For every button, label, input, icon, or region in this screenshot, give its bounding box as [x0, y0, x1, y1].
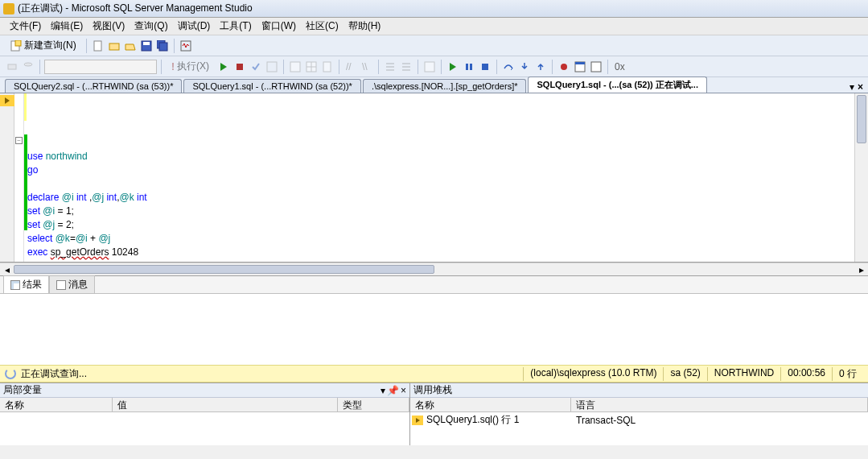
bottom-panels: 局部变量 ▾ 📌 × 名称 值 类型 调用堆栈 名称 语言 SQLQuery1.… [0, 382, 868, 445]
step-out-icon [535, 62, 546, 72]
breakpoints-button[interactable] [557, 60, 571, 74]
svg-rect-11 [237, 64, 243, 70]
title-bar: (正在调试) - Microsoft SQL Server Management… [0, 0, 868, 18]
hex-button[interactable]: 0x [612, 60, 627, 74]
comment-icon: // [345, 61, 356, 72]
save-icon [141, 40, 152, 52]
callstack-body[interactable]: SQLQuery1.sql() 行 1 Transact-SQL [410, 412, 868, 445]
menu-debug[interactable]: 调试(D) [173, 18, 216, 35]
callstack-columns: 名称 语言 [410, 398, 868, 412]
new-query-button[interactable]: 新建查询(N) [5, 37, 82, 54]
editor-gutter[interactable] [0, 93, 14, 262]
separator [174, 39, 175, 53]
new-query-label: 新建查询(N) [24, 39, 76, 52]
svg-rect-17 [323, 62, 331, 72]
menu-view[interactable]: 视图(V) [88, 18, 130, 35]
active-files-dropdown[interactable]: ▾ [849, 81, 854, 93]
svg-rect-23 [482, 64, 488, 70]
parse-button[interactable] [249, 60, 263, 74]
panel-close-button[interactable]: × [401, 385, 406, 396]
immediate-button[interactable] [589, 60, 603, 74]
callstack-col-lang[interactable]: 语言 [571, 398, 868, 411]
open-button[interactable] [123, 39, 138, 53]
locals-col-value[interactable]: 值 [113, 398, 338, 411]
plan-icon [266, 61, 278, 72]
output-button[interactable] [573, 60, 587, 74]
step-out-button[interactable] [533, 60, 548, 74]
menu-community[interactable]: 社区(C) [301, 18, 343, 35]
locals-col-name[interactable]: 名称 [0, 398, 113, 411]
close-tab-button[interactable]: × [858, 81, 863, 93]
tab-query2[interactable]: SQLQuery2.sql - (...RTHWIND (sa (53))* [5, 79, 182, 93]
menu-help[interactable]: 帮助(H) [343, 18, 386, 35]
specify-values-button[interactable] [422, 60, 437, 74]
scroll-left-button[interactable]: ◂ [0, 264, 14, 275]
new-file-button[interactable] [91, 39, 105, 53]
menu-query[interactable]: 查询(Q) [130, 18, 172, 35]
status-right: (local)\sqlexpress (10.0 RTM) sa (52) NO… [523, 367, 863, 381]
locals-title: 局部变量 [3, 383, 42, 397]
play-icon [219, 62, 228, 72]
menu-file[interactable]: 文件(F) [5, 18, 46, 35]
tab-query1-52[interactable]: SQLQuery1.sql - (...RTHWIND (sa (52))* [183, 79, 360, 93]
tab-sp-getorders[interactable]: .\sqlexpress.[NOR...].[sp_getOrders]* [363, 79, 527, 93]
locals-body[interactable] [0, 412, 409, 445]
outdent-button[interactable] [399, 60, 413, 74]
pause-button[interactable] [462, 60, 476, 74]
editor-text[interactable]: use northwindgo declare @i int ,@j int,@… [24, 93, 868, 262]
execute-icon: ! [171, 61, 175, 72]
results-grid-button[interactable] [304, 60, 319, 74]
hscroll-track[interactable] [14, 263, 854, 275]
messages-icon [56, 280, 66, 290]
new-query-icon [10, 40, 22, 52]
scroll-thumb[interactable] [857, 95, 866, 143]
panel-pin-button[interactable]: 📌 [387, 385, 399, 396]
results-text-button[interactable] [288, 60, 302, 74]
callstack-col-name[interactable]: 名称 [410, 398, 571, 411]
hscroll-thumb[interactable] [14, 265, 434, 274]
step-over-button[interactable] [501, 60, 516, 74]
comment-button[interactable]: // [343, 60, 358, 74]
continue-button[interactable] [446, 60, 460, 74]
svg-text:\\: \\ [362, 61, 368, 72]
menu-tools[interactable]: 工具(T) [215, 18, 256, 35]
connect-button[interactable] [5, 60, 19, 74]
locals-col-type[interactable]: 类型 [338, 398, 409, 411]
callstack-row[interactable]: SQLQuery1.sql() 行 1 Transact-SQL [410, 412, 868, 428]
change-connection-button[interactable] [21, 60, 35, 74]
svg-rect-9 [8, 64, 16, 69]
svg-rect-22 [470, 64, 472, 70]
activity-button[interactable] [179, 39, 193, 53]
editor-hscrollbar[interactable]: ◂ ▸ [0, 263, 868, 276]
status-user: sa (52) [663, 367, 706, 381]
outline-bar[interactable]: − [14, 93, 24, 262]
results-tab[interactable]: 结果 [3, 275, 49, 293]
editor-vscrollbar[interactable] [854, 93, 868, 262]
save-all-button[interactable] [155, 39, 170, 53]
step-into-button[interactable] [517, 60, 532, 74]
separator [607, 60, 608, 74]
window-title: (正在调试) - Microsoft SQL Server Management… [18, 2, 253, 15]
results-file-button[interactable] [320, 60, 335, 74]
menu-edit[interactable]: 编辑(E) [46, 18, 88, 35]
results-grid-icon [10, 280, 20, 290]
debug-button[interactable] [216, 60, 231, 74]
stop-button[interactable] [232, 60, 247, 74]
plan-button[interactable] [265, 60, 279, 74]
menu-window[interactable]: 窗口(W) [257, 18, 301, 35]
tab-debugging[interactable]: SQLQuery1.sql - (...(sa (52)) 正在调试... [528, 76, 706, 93]
panel-dropdown-button[interactable]: ▾ [381, 385, 385, 396]
new-project-button[interactable] [107, 39, 121, 53]
stop-debug-button[interactable] [478, 60, 492, 74]
svg-rect-26 [575, 62, 585, 64]
scroll-right-button[interactable]: ▸ [854, 264, 868, 275]
separator [441, 60, 442, 74]
indent-button[interactable] [383, 60, 397, 74]
database-combo [44, 60, 157, 74]
svg-rect-13 [290, 62, 300, 72]
collapse-toggle[interactable]: − [15, 137, 23, 144]
messages-tab[interactable]: 消息 [49, 275, 95, 293]
uncomment-button[interactable]: \\ [360, 60, 374, 74]
separator [161, 60, 162, 74]
save-button[interactable] [139, 39, 154, 53]
